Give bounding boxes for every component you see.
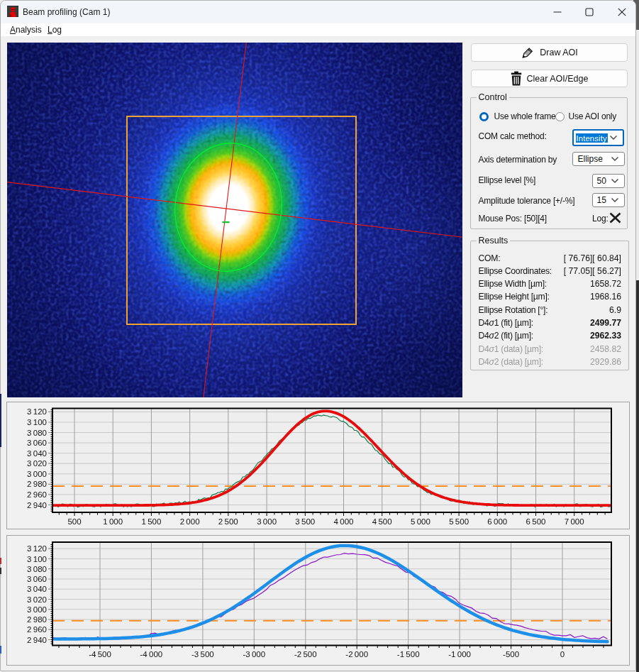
svg-text:-4 500: -4 500 — [89, 650, 111, 659]
svg-text:3 000: 3 000 — [27, 470, 47, 478]
svg-text:3 020: 3 020 — [27, 459, 47, 468]
svg-text:5 500: 5 500 — [449, 517, 469, 526]
svg-text:3 060: 3 060 — [27, 575, 47, 583]
svg-text:2 940: 2 940 — [27, 501, 47, 509]
svg-text:4 500: 4 500 — [372, 517, 392, 526]
svg-text:2 500: 2 500 — [218, 517, 238, 526]
svg-text:3 120: 3 120 — [27, 407, 47, 416]
svg-text:3 040: 3 040 — [27, 585, 47, 593]
svg-text:2 960: 2 960 — [27, 490, 47, 499]
svg-text:6 000: 6 000 — [487, 517, 507, 526]
svg-text:2 940: 2 940 — [27, 636, 47, 644]
svg-text:2 960: 2 960 — [27, 625, 47, 634]
svg-text:3 080: 3 080 — [27, 429, 47, 437]
svg-text:500: 500 — [67, 517, 81, 526]
svg-text:3 500: 3 500 — [295, 517, 315, 526]
svg-text:-2 500: -2 500 — [294, 650, 317, 659]
svg-text:-500: -500 — [503, 650, 519, 659]
svg-text:-3 000: -3 000 — [243, 650, 265, 659]
svg-text:2 980: 2 980 — [27, 480, 47, 488]
svg-text:1 000: 1 000 — [103, 517, 123, 526]
svg-text:-1 500: -1 500 — [397, 650, 420, 659]
svg-text:4 000: 4 000 — [334, 517, 354, 526]
svg-text:3 020: 3 020 — [27, 595, 47, 604]
svg-text:1 500: 1 500 — [141, 517, 161, 526]
svg-text:0: 0 — [560, 650, 565, 659]
svg-text:3 060: 3 060 — [27, 439, 47, 447]
svg-text:-4 000: -4 000 — [140, 650, 163, 659]
svg-text:2 980: 2 980 — [27, 615, 47, 624]
svg-text:-2 000: -2 000 — [345, 650, 368, 659]
svg-text:3 080: 3 080 — [27, 565, 47, 573]
svg-text:3 100: 3 100 — [27, 555, 47, 563]
svg-text:-3 500: -3 500 — [191, 650, 214, 659]
svg-text:7 000: 7 000 — [565, 517, 584, 526]
svg-text:-1 000: -1 000 — [448, 650, 471, 659]
svg-text:3 000: 3 000 — [27, 605, 47, 614]
svg-text:6 500: 6 500 — [526, 517, 546, 526]
svg-text:3 000: 3 000 — [257, 517, 277, 526]
svg-text:5 000: 5 000 — [411, 517, 430, 526]
svg-text:2 000: 2 000 — [180, 517, 200, 526]
svg-text:3 120: 3 120 — [27, 544, 47, 553]
svg-text:3 100: 3 100 — [27, 418, 47, 426]
svg-text:3 040: 3 040 — [27, 449, 47, 458]
